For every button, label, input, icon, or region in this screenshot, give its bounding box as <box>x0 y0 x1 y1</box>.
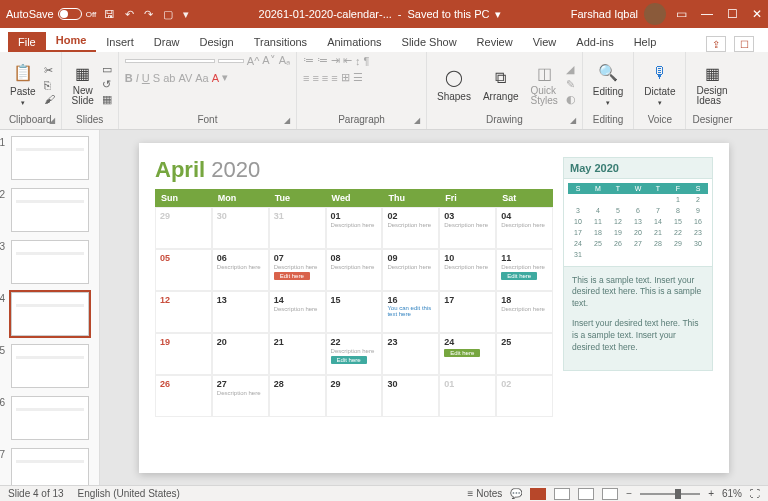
fit-to-window-button[interactable]: ⛶ <box>750 488 760 499</box>
maximize-button[interactable]: ☐ <box>727 7 738 21</box>
notes-button[interactable]: ≡ Notes <box>468 488 503 499</box>
tab-draw[interactable]: Draw <box>144 32 190 52</box>
calendar-cell[interactable]: 22Description hereEdit here <box>326 333 383 375</box>
calendar-cell[interactable]: 27Description here <box>212 375 269 417</box>
shapes-button[interactable]: ◯Shapes <box>433 65 475 104</box>
minimize-button[interactable]: — <box>701 7 713 21</box>
copy-icon[interactable]: ⎘ <box>44 79 55 91</box>
calendar-cell[interactable]: 21 <box>269 333 326 375</box>
slideshow-view-button[interactable] <box>602 488 618 500</box>
calendar-cell[interactable]: 30 <box>382 375 439 417</box>
tab-design[interactable]: Design <box>189 32 243 52</box>
calendar-cell[interactable]: 26 <box>155 375 212 417</box>
quick-styles-button[interactable]: ◫Quick Styles <box>527 60 562 108</box>
normal-view-button[interactable] <box>530 488 546 500</box>
tab-file[interactable]: File <box>8 32 46 52</box>
slide-thumbnails[interactable]: 1234567 <box>0 130 100 485</box>
calendar-cell[interactable]: 23 <box>382 333 439 375</box>
slide-canvas[interactable]: April 2020 SunMonTueWedThuFriSat 2930310… <box>100 130 768 485</box>
calendar-cell[interactable]: 04Description here <box>496 207 553 249</box>
ribbon-tabs: File Home Insert Draw Design Transitions… <box>0 28 768 52</box>
reset-icon[interactable]: ↺ <box>102 78 112 91</box>
tab-transitions[interactable]: Transitions <box>244 32 317 52</box>
calendar-cell[interactable]: 25 <box>496 333 553 375</box>
slideshow-icon[interactable]: ▢ <box>163 8 173 21</box>
qat-more-icon[interactable]: ▾ <box>183 8 189 21</box>
comments-button[interactable]: ☐ <box>734 36 754 52</box>
tab-insert[interactable]: Insert <box>96 32 144 52</box>
calendar-cell[interactable]: 11Description hereEdit here <box>496 249 553 291</box>
thumbnail-7[interactable]: 7 <box>11 448 89 485</box>
close-button[interactable]: ✕ <box>752 7 762 21</box>
undo-icon[interactable]: ↶ <box>125 8 134 21</box>
calendar-cell[interactable]: 20 <box>212 333 269 375</box>
day-header: Mon <box>212 189 269 207</box>
tab-review[interactable]: Review <box>467 32 523 52</box>
thumbnail-5[interactable]: 5 <box>11 344 89 388</box>
tab-slideshow[interactable]: Slide Show <box>392 32 467 52</box>
calendar-cell[interactable]: 01 <box>439 375 496 417</box>
zoom-out-button[interactable]: − <box>626 488 632 499</box>
calendar-cell[interactable]: 02Description here <box>382 207 439 249</box>
zoom-in-button[interactable]: + <box>708 488 714 499</box>
calendar-cell[interactable]: 29 <box>326 375 383 417</box>
zoom-slider[interactable] <box>640 493 700 495</box>
tab-view[interactable]: View <box>523 32 567 52</box>
editing-button[interactable]: 🔍Editing▾ <box>589 60 628 109</box>
design-ideas-button[interactable]: ▦Design Ideas <box>692 60 731 108</box>
calendar-cell[interactable]: 17 <box>439 291 496 333</box>
save-icon[interactable]: 🖫 <box>104 8 115 20</box>
thumbnail-6[interactable]: 6 <box>11 396 89 440</box>
calendar-cell[interactable]: 07Description hereEdit here <box>269 249 326 291</box>
format-painter-icon[interactable]: 🖌 <box>44 93 55 105</box>
calendar-cell[interactable]: 19 <box>155 333 212 375</box>
account-area[interactable]: Farshad Iqbal <box>571 3 666 25</box>
calendar-cell[interactable]: 12 <box>155 291 212 333</box>
tab-animations[interactable]: Animations <box>317 32 391 52</box>
calendar-cell[interactable]: 24Edit here <box>439 333 496 375</box>
calendar-cell[interactable]: 02 <box>496 375 553 417</box>
calendar-cell[interactable]: 05 <box>155 249 212 291</box>
calendar-cell[interactable]: 18Description here <box>496 291 553 333</box>
calendar-cell[interactable]: 13 <box>212 291 269 333</box>
thumbnail-3[interactable]: 3 <box>11 240 89 284</box>
calendar-cell[interactable]: 10Description here <box>439 249 496 291</box>
calendar-cell[interactable]: 28 <box>269 375 326 417</box>
tab-home[interactable]: Home <box>46 30 97 52</box>
arrange-button[interactable]: ⧉Arrange <box>479 65 523 104</box>
paste-button[interactable]: 📋Paste▾ <box>6 60 40 109</box>
calendar-cell[interactable]: 09Description here <box>382 249 439 291</box>
calendar-cell[interactable]: 15 <box>326 291 383 333</box>
thumbnail-1[interactable]: 1 <box>11 136 89 180</box>
dictate-button[interactable]: 🎙Dictate▾ <box>640 60 679 109</box>
tab-addins[interactable]: Add-ins <box>566 32 623 52</box>
new-slide-button[interactable]: ▦New Slide <box>68 60 98 108</box>
language-indicator[interactable]: English (United States) <box>78 488 180 499</box>
window-title: 20261-01-2020-calendar-...-Saved to this… <box>189 8 571 21</box>
mini-calendar: SMTWTFS 12345678910111213141516171819202… <box>563 179 713 267</box>
calendar-cell[interactable]: 01Description here <box>326 207 383 249</box>
calendar-cell[interactable]: 06Description here <box>212 249 269 291</box>
sorter-view-button[interactable] <box>554 488 570 500</box>
calendar-cell[interactable]: 08Description here <box>326 249 383 291</box>
reading-view-button[interactable] <box>578 488 594 500</box>
calendar-cell[interactable]: 31 <box>269 207 326 249</box>
section-icon[interactable]: ▦ <box>102 93 112 106</box>
calendar-cell[interactable]: 16You can edit this text here <box>382 291 439 333</box>
autosave-toggle[interactable]: AutoSave Off <box>6 8 96 20</box>
share-button[interactable]: ⇪ <box>706 36 726 52</box>
zoom-level[interactable]: 61% <box>722 488 742 499</box>
calendar-cell[interactable]: 30 <box>212 207 269 249</box>
ribbon-options-icon[interactable]: ▭ <box>676 7 687 21</box>
redo-icon[interactable]: ↷ <box>144 8 153 21</box>
calendar-cell[interactable]: 29 <box>155 207 212 249</box>
thumbnail-2[interactable]: 2 <box>11 188 89 232</box>
slide[interactable]: April 2020 SunMonTueWedThuFriSat 2930310… <box>139 143 729 473</box>
tab-help[interactable]: Help <box>624 32 667 52</box>
thumbnail-4[interactable]: 4 <box>11 292 89 336</box>
cut-icon[interactable]: ✂ <box>44 64 55 77</box>
layout-icon[interactable]: ▭ <box>102 63 112 76</box>
comments-icon[interactable]: 💬 <box>510 488 522 499</box>
calendar-cell[interactable]: 14Description here <box>269 291 326 333</box>
calendar-cell[interactable]: 03Description here <box>439 207 496 249</box>
